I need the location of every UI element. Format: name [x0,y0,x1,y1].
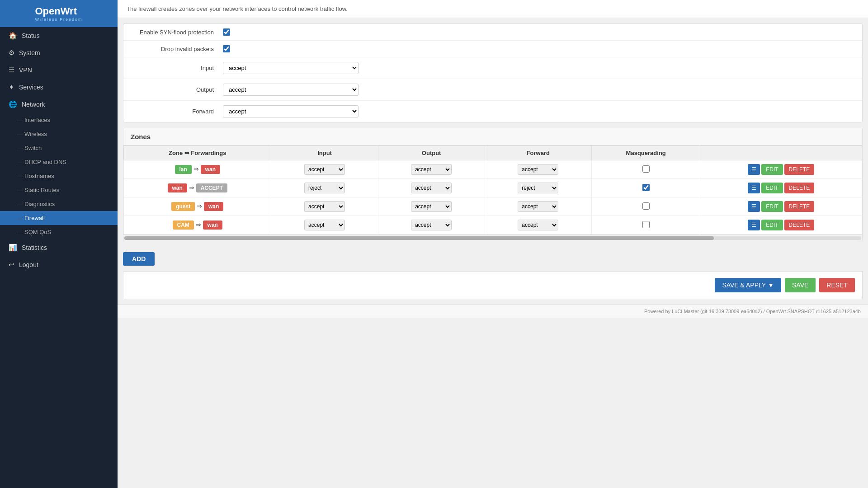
input-row: Input accept reject drop [123,57,862,79]
output-select[interactable]: accept reject drop [223,84,359,96]
forwarding-badge: wan [204,202,223,211]
sidebar-item-network[interactable]: 🌐 Network [0,96,118,113]
col-output: Output [378,146,485,160]
zone-input-select[interactable]: acceptrejectdrop [304,220,345,230]
delete-button[interactable]: DELETE [784,183,815,193]
zone-output-select[interactable]: acceptrejectdrop [411,220,452,230]
zone-forward-select[interactable]: acceptrejectdrop [518,201,558,212]
zone-input-select[interactable]: acceptrejectdrop [304,164,345,175]
forward-select[interactable]: accept reject drop [223,105,359,117]
zone-forwarding-cell: guest ⇒ wan [124,197,271,216]
delete-button[interactable]: DELETE [784,201,815,212]
edit-button[interactable]: EDIT [761,183,783,193]
zone-badge: wan [168,183,187,192]
menu-button[interactable]: ☰ [748,220,760,230]
input-label: Input [132,65,223,71]
zone-output-select[interactable]: acceptrejectdrop [411,201,452,212]
settings-card: Enable SYN-flood protection Drop invalid… [123,23,863,122]
sidebar-item-diagnostics[interactable]: Diagnostics [0,197,118,211]
menu-button[interactable]: ☰ [748,201,760,212]
drop-invalid-checkbox[interactable] [223,45,230,52]
zone-badge: CAM [173,221,194,230]
network-icon: 🌐 [9,100,17,108]
drop-invalid-row: Drop invalid packets [123,41,862,57]
logout-icon: ↩ [9,261,14,269]
sidebar-item-statistics[interactable]: 📊 Statistics [0,239,118,256]
add-button[interactable]: ADD [123,252,155,266]
arrow-icon: ⇒ [192,165,201,173]
delete-button[interactable]: DELETE [784,220,815,230]
syn-flood-row: Enable SYN-flood protection [123,24,862,41]
syn-flood-control [223,28,230,36]
zone-forward-select[interactable]: acceptrejectdrop [518,220,558,230]
sidebar-item-sqm-qos[interactable]: SQM QoS [0,225,118,239]
menu-button[interactable]: ☰ [748,164,760,175]
sidebar-label-system: System [19,49,40,56]
forward-cell: acceptrejectdrop [485,179,591,197]
zone-output-select[interactable]: acceptrejectdrop [411,164,452,175]
arrow-icon: ⇒ [195,202,204,210]
menu-button[interactable]: ☰ [748,183,760,193]
sidebar-item-vpn[interactable]: ☰ VPN [0,61,118,79]
save-apply-button[interactable]: SAVE & APPLY ▼ [715,278,781,292]
edit-button[interactable]: EDIT [761,201,783,212]
edit-button[interactable]: EDIT [761,220,783,230]
sidebar-label-sqm-qos: SQM QoS [24,229,51,235]
input-control: accept reject drop [223,62,359,74]
sidebar-item-static-routes[interactable]: Static Routes [0,183,118,197]
sidebar-label-network: Network [22,101,45,108]
input-cell: acceptrejectdrop [271,160,378,179]
masquerading-cell [591,160,700,179]
masquerading-checkbox[interactable] [642,184,650,191]
sidebar-item-switch[interactable]: Switch [0,141,118,155]
masquerading-checkbox[interactable] [642,202,650,210]
save-button[interactable]: SAVE [785,278,816,292]
zone-input-select[interactable]: acceptrejectdrop [304,201,345,212]
edit-button[interactable]: EDIT [761,164,783,175]
zone-forwarding-cell: lan ⇒ wan [124,160,271,179]
delete-button[interactable]: DELETE [784,164,815,175]
sidebar-item-dhcp-dns[interactable]: DHCP and DNS [0,155,118,169]
statistics-icon: 📊 [9,244,17,252]
zone-input-select[interactable]: acceptrejectdrop [304,183,345,193]
drop-invalid-control [223,45,230,52]
zone-forward-select[interactable]: acceptrejectdrop [518,183,558,193]
sidebar-item-logout[interactable]: ↩ Logout [0,256,118,273]
zones-section: Zones Zone ⇒ Forwardings Input Output Fo… [123,128,863,241]
actions-cell: ☰EDITDELETE [700,160,862,179]
col-forward: Forward [485,146,591,160]
sidebar-item-firewall[interactable]: Firewall [0,211,118,225]
table-row: CAM ⇒ wanacceptrejectdropacceptrejectdro… [124,216,862,235]
sidebar-item-services[interactable]: ✦ Services [0,79,118,96]
input-select[interactable]: accept reject drop [223,62,359,74]
masquerading-cell [591,179,700,197]
services-icon: ✦ [9,83,14,91]
zone-forward-select[interactable]: acceptrejectdrop [518,164,558,175]
logo-area: OpenWrt Wireless Freedom [0,0,118,27]
sidebar-label-vpn: VPN [19,66,32,74]
zones-title: Zones [123,128,862,145]
vpn-icon: ☰ [9,66,14,74]
masquerading-checkbox[interactable] [642,165,650,173]
footer: Powered by LuCI Master (git-19.339.73009… [118,305,868,318]
table-row: wan ⇒ ACCEPTacceptrejectdropacceptreject… [124,179,862,197]
sidebar: OpenWrt Wireless Freedom 🏠 Status ⚙ Syst… [0,0,118,488]
zone-output-select[interactable]: acceptrejectdrop [411,183,452,193]
sidebar-item-status[interactable]: 🏠 Status [0,27,118,44]
syn-flood-checkbox[interactable] [223,28,230,36]
arrow-icon: ⇒ [187,184,196,191]
sidebar-item-system[interactable]: ⚙ System [0,44,118,61]
zone-forwarding-cell: CAM ⇒ wan [124,216,271,235]
sidebar-label-diagnostics: Diagnostics [24,201,55,207]
horizontal-scrollbar[interactable] [123,235,862,241]
sidebar-label-dhcp-dns: DHCP and DNS [24,159,66,165]
sidebar-item-hostnames[interactable]: Hostnames [0,169,118,183]
col-actions [700,146,862,160]
sidebar-item-interfaces[interactable]: Interfaces [0,113,118,127]
sidebar-item-wireless[interactable]: Wireless [0,127,118,141]
reset-button[interactable]: RESET [819,278,855,292]
masquerading-checkbox[interactable] [642,221,650,228]
save-apply-chevron-icon: ▼ [768,282,774,289]
forward-row: Forward accept reject drop [123,101,862,122]
sidebar-label-switch: Switch [24,145,42,151]
